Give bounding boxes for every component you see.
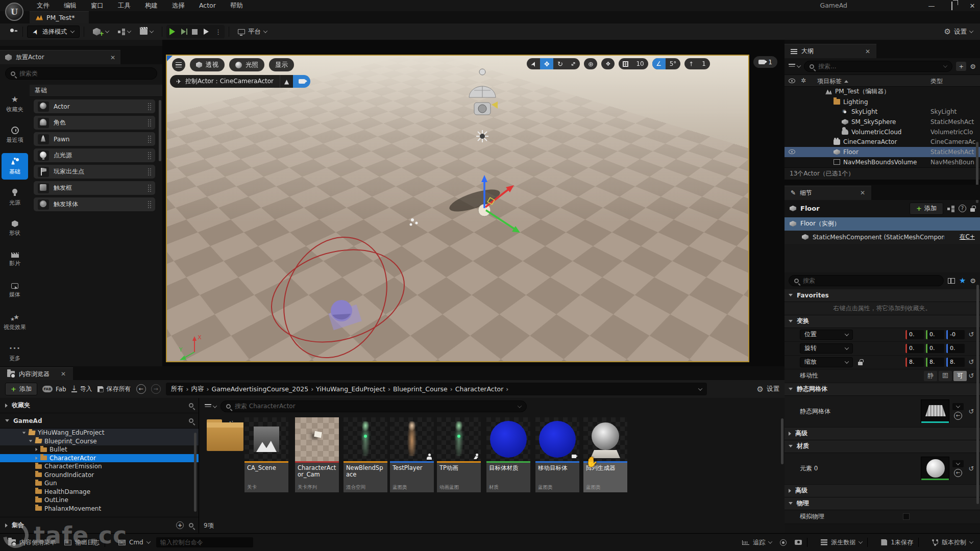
blueprints-button[interactable] (118, 29, 131, 35)
category-rail-item[interactable]: 影片 (2, 246, 28, 273)
play-options-button[interactable]: ⋮ (215, 28, 222, 36)
asset-filter-button[interactable] (205, 404, 216, 409)
details-tab[interactable]: ✎ 细节 ✕ (785, 186, 871, 200)
screenshot-button[interactable] (795, 540, 802, 545)
details-scrollbar[interactable] (976, 285, 979, 504)
simulate-physics-checkbox[interactable] (903, 513, 910, 520)
pilot-actor-label[interactable]: ✈ 控制Actor：CineCameraActor (170, 75, 280, 88)
close-icon[interactable]: ✕ (865, 48, 870, 55)
category-rail-item[interactable]: 更多 (2, 340, 28, 366)
rotation-snap-value[interactable]: 5° (666, 60, 681, 67)
asset-scrollbar[interactable] (781, 418, 783, 464)
breadcrumb-item[interactable]: CharacterActor (455, 385, 504, 393)
display-filter-icon[interactable] (948, 278, 955, 284)
add-component-button[interactable]: +添加 (910, 203, 943, 215)
import-button[interactable]: ↓导入 (71, 385, 92, 393)
grid-snap-value[interactable]: 10 (632, 60, 648, 67)
materials-section-header[interactable]: 材质 (785, 440, 980, 453)
details-settings-icon[interactable]: ⚙ (970, 277, 976, 285)
folder-tree-row[interactable]: OutLine (0, 496, 199, 505)
add-actor-button[interactable]: + (93, 26, 109, 37)
transform-space-dropdown[interactable]: 位置 (800, 330, 853, 340)
asset-tile[interactable]: Animation (204, 417, 248, 428)
skip-button[interactable] (181, 29, 186, 35)
rotation-snap-toggle[interactable]: ∠ (652, 58, 666, 69)
favorites-star-icon[interactable]: ★ (959, 276, 966, 285)
blueprint-icon[interactable] (947, 206, 954, 212)
category-rail-item[interactable]: 最近项 (2, 122, 28, 148)
favorites-section-header[interactable]: Favorites (785, 289, 980, 302)
label-column-header[interactable]: 项目标签 (817, 77, 848, 86)
folder-tree-row[interactable]: Gun (0, 479, 199, 488)
pin-column-icon[interactable]: ✲ (801, 77, 806, 84)
editor-mode-dropdown[interactable]: ➤ 选择模式 (27, 26, 80, 38)
grid-snap-toggle[interactable] (619, 58, 632, 69)
viewport-menu-pill[interactable]: 显示 (269, 58, 294, 71)
category-rail-item[interactable]: 收藏夹 (2, 91, 28, 117)
rotate-tool-button[interactable]: ↻ (553, 58, 567, 69)
cmd-dropdown[interactable]: >_Cmd (118, 539, 150, 546)
transform-space-dropdown[interactable]: 缩放 (800, 357, 853, 367)
material-thumbnail[interactable] (921, 457, 949, 480)
revision-control-dropdown[interactable]: 版本控制 (932, 538, 973, 547)
breadcrumb-item[interactable]: Blueprint_Course (393, 385, 448, 393)
type-column-header[interactable]: 类型 (930, 77, 943, 86)
surface-snap-button[interactable]: ❖ (601, 58, 615, 69)
back-button[interactable]: ← (136, 384, 146, 394)
scale-snap-toggle[interactable]: ↗ (684, 58, 698, 69)
add-content-button[interactable]: +添加 (5, 383, 37, 395)
outliner-row[interactable]: Lighting (785, 97, 980, 107)
mobility-option-button[interactable]: 静 (924, 371, 937, 381)
panel-splitter[interactable] (785, 180, 980, 185)
project-root-row[interactable]: GameAd (0, 413, 199, 429)
z-value-input[interactable]: 0. (946, 344, 965, 353)
scrollbar[interactable] (159, 100, 161, 161)
fab-button[interactable]: FABFab (42, 386, 66, 393)
category-rail-item[interactable]: 形状 (2, 215, 28, 242)
content-drawer-button[interactable]: 内容侧滑菜单 (8, 538, 56, 547)
viewport-options-button[interactable] (172, 58, 185, 71)
folder-tree-row[interactable]: CharacterEmission (0, 462, 199, 471)
derived-data-dropdown[interactable]: 派生数据 (821, 538, 862, 547)
advanced-section-header[interactable]: 高级 (785, 428, 980, 440)
placeable-actor-item[interactable]: 点光源 (34, 148, 155, 162)
asset-tile[interactable]: CharacterActor_Cam 关卡序列 (295, 417, 339, 492)
toolbar-settings-dropdown[interactable]: ⚙ 设置 (944, 27, 973, 36)
y-value-input[interactable]: 8. (926, 358, 944, 367)
category-rail-item[interactable]: 视觉效果 (2, 309, 28, 335)
platforms-dropdown[interactable]: 平台 (238, 28, 267, 36)
add-folder-button[interactable]: + (956, 62, 966, 71)
asset-tile[interactable]: NewBlendSpace 混合空间 (344, 417, 387, 492)
favorites-row[interactable]: 收藏夹 (0, 398, 199, 413)
asset-tile[interactable]: TP动画 动画蓝图 (437, 417, 481, 492)
x-value-input[interactable]: 0. (905, 344, 924, 353)
camera-speed-button[interactable]: 1 (753, 56, 777, 68)
y-value-input[interactable]: 0. (926, 344, 944, 353)
close-icon[interactable]: ✕ (110, 54, 115, 61)
place-actors-tab[interactable]: 放置Actor ✕ (0, 50, 120, 64)
reset-button[interactable]: ↺ (969, 331, 974, 338)
folder-tree-row[interactable]: GroundIndicator (0, 471, 199, 480)
reset-button[interactable]: ↺ (967, 465, 976, 472)
z-value-input[interactable]: 8. (946, 358, 965, 367)
use-selected-icon[interactable]: ← (954, 469, 962, 477)
pilot-camera-button[interactable] (293, 75, 310, 88)
asset-picker-dropdown[interactable] (952, 403, 964, 410)
menu-item[interactable]: Actor (193, 0, 222, 12)
menu-item[interactable]: 编辑 (58, 0, 83, 12)
transform-section-header[interactable]: 变换 (785, 315, 980, 328)
breadcrumb-item[interactable]: 所有 (171, 385, 184, 393)
placeable-actor-item[interactable]: 玩家出生点 (34, 165, 155, 179)
edit-in-cpp-link[interactable]: 在C+ (960, 233, 975, 241)
trace-dropdown[interactable]: 追踪 (742, 538, 772, 547)
stop-button[interactable] (192, 29, 198, 35)
y-value-input[interactable]: 0. (926, 330, 944, 339)
component-row[interactable]: StaticMeshComponent (StaticMeshComponent… (785, 231, 980, 244)
staticmesh-section-header[interactable]: 静态网格体 (785, 383, 980, 396)
close-icon[interactable]: ✕ (61, 370, 66, 378)
advance-button[interactable] (204, 29, 209, 35)
outliner-row[interactable]: PM_Test（编辑器） (785, 87, 980, 97)
staticmesh-thumbnail[interactable] (921, 399, 949, 423)
unsaved-button[interactable]: 1未保存 (881, 538, 913, 547)
asset-tile[interactable]: 移动目标体 蓝图类 (535, 417, 579, 492)
